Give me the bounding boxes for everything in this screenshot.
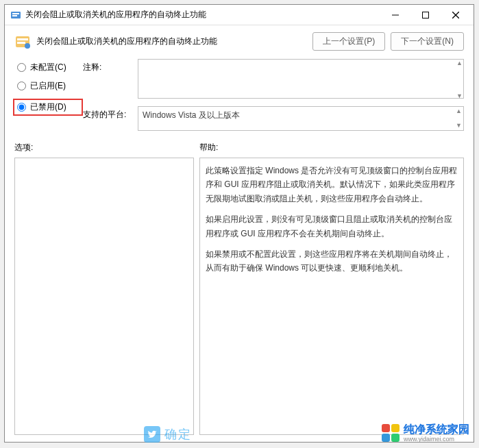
watermark-right: 纯净系统家园 www.yidaimei.com <box>382 423 469 443</box>
brand-name: 纯净系统家园 <box>404 423 469 437</box>
app-icon <box>10 10 21 21</box>
radio-enabled[interactable]: 已启用(E) <box>17 80 83 92</box>
svg-point-10 <box>25 43 30 49</box>
header-row: 关闭会阻止或取消关机的应用程序的自动终止功能 上一个设置(P) 下一个设置(N) <box>5 25 474 55</box>
comment-field-wrap: ▲▼ <box>138 59 464 101</box>
help-paragraph-2: 如果启用此设置，则没有可见顶级窗口且阻止或取消关机的控制台应用程序或 GUI 应… <box>206 212 458 240</box>
platform-scroll-icon: ▲▼ <box>456 108 462 129</box>
nav-buttons: 上一个设置(P) 下一个设置(N) <box>312 32 464 51</box>
brand-text-group: 纯净系统家园 www.yidaimei.com <box>404 423 469 443</box>
state-radio-group: 未配置(C) 已启用(E) 已禁用(D) <box>17 59 83 116</box>
options-label: 选项: <box>14 142 199 153</box>
watermark-left-text: 确定 <box>164 426 192 443</box>
minimize-button[interactable] <box>380 5 410 25</box>
comment-textarea[interactable] <box>138 59 464 99</box>
help-label: 帮助: <box>199 142 218 153</box>
bird-icon <box>144 426 160 443</box>
radio-disabled[interactable]: 已禁用(D) <box>13 99 83 116</box>
radio-not-configured[interactable]: 未配置(C) <box>17 62 83 73</box>
section-labels: 选项: 帮助: <box>5 131 474 158</box>
help-paragraph-1: 此策略设置指定 Windows 是否允许没有可见顶级窗口的控制台应用程序和 GU… <box>206 164 458 206</box>
platform-text: Windows Vista 及以上版本 <box>143 110 240 120</box>
comment-label: 注释: <box>83 59 138 73</box>
prev-setting-button[interactable]: 上一个设置(P) <box>312 32 385 51</box>
window-title: 关闭会阻止或取消关机的应用程序的自动终止功能 <box>25 9 380 21</box>
help-paragraph-3: 如果禁用或不配置此设置，则这些应用程序将在关机期间自动终止，从而有助于确保 Wi… <box>206 247 458 275</box>
watermark-left: 确定 <box>144 426 192 443</box>
radio-not-configured-label: 未配置(C) <box>30 62 66 73</box>
policy-icon <box>14 34 31 50</box>
radio-not-configured-input[interactable] <box>17 63 26 72</box>
help-pane: 此策略设置指定 Windows 是否允许没有可见顶级窗口的控制台应用程序和 GU… <box>199 158 464 435</box>
svg-rect-8 <box>17 38 28 40</box>
window-controls <box>380 5 471 25</box>
radio-disabled-label: 已禁用(D) <box>30 101 66 113</box>
policy-title: 关闭会阻止或取消关机的应用程序的自动终止功能 <box>36 36 312 47</box>
radio-disabled-input[interactable] <box>17 103 26 112</box>
brand-logo-icon <box>382 424 400 442</box>
options-pane <box>14 158 194 435</box>
platform-label: 支持的平台: <box>83 106 138 121</box>
radio-enabled-label: 已启用(E) <box>30 80 66 92</box>
config-area: 未配置(C) 已启用(E) 已禁用(D) 注释: ▲▼ 支持的平台: Windo… <box>5 55 474 131</box>
next-setting-button[interactable]: 下一个设置(N) <box>391 32 464 51</box>
svg-rect-2 <box>12 15 17 16</box>
svg-rect-4 <box>423 12 429 18</box>
maximize-button[interactable] <box>410 5 441 25</box>
policy-editor-window: 关闭会阻止或取消关机的应用程序的自动终止功能 关闭会阻止或取消关机的应用程序的自… <box>4 4 474 443</box>
titlebar: 关闭会阻止或取消关机的应用程序的自动终止功能 <box>5 5 474 25</box>
platform-box: Windows Vista 及以上版本 ▲▼ <box>138 106 464 131</box>
close-button[interactable] <box>441 5 471 25</box>
svg-rect-1 <box>12 13 19 14</box>
comment-scroll-icon: ▲▼ <box>456 60 463 99</box>
svg-rect-9 <box>17 42 25 44</box>
panes: 此策略设置指定 Windows 是否允许没有可见顶级窗口的控制台应用程序和 GU… <box>5 158 474 442</box>
radio-enabled-input[interactable] <box>17 82 26 90</box>
